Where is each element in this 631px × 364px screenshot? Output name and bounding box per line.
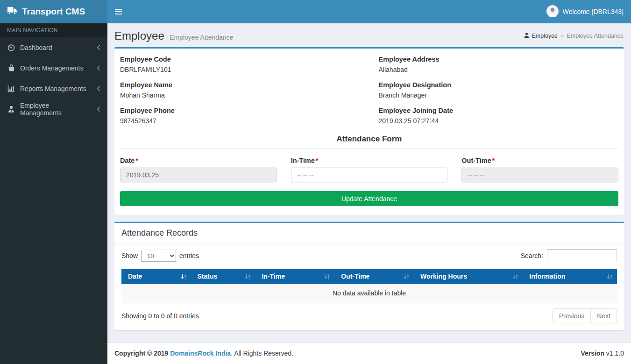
sidebar-item-employee[interactable]: Employee Managements bbox=[0, 99, 107, 119]
dashboard-icon bbox=[7, 44, 15, 51]
date-label: Date* bbox=[120, 157, 277, 164]
sidebar-toggle-button[interactable] bbox=[107, 0, 129, 23]
sidebar-item-dashboard[interactable]: Dashboard bbox=[0, 37, 107, 58]
entries-label: entries bbox=[179, 252, 199, 259]
required-marker: * bbox=[316, 157, 319, 164]
date-field-group: Date* bbox=[120, 157, 277, 182]
table-header-row: Date Status bbox=[121, 269, 617, 284]
field-label: Employee Designation bbox=[379, 81, 619, 89]
previous-page-button[interactable]: Previous bbox=[553, 308, 591, 323]
column-header-in-time[interactable]: In-Time bbox=[255, 269, 334, 284]
breadcrumb: Employee > Employee Attendance bbox=[524, 32, 624, 39]
sidebar-item-label: Reports Managements bbox=[20, 85, 92, 92]
truck-icon bbox=[7, 7, 18, 17]
field-value: 9874526347 bbox=[120, 117, 360, 125]
person-icon bbox=[524, 32, 529, 39]
column-header-working-hours[interactable]: Working Hours bbox=[414, 269, 523, 284]
copyright-suffix: . All Rights Reserved. bbox=[231, 350, 293, 357]
employee-address-field: Employee Address Allahabad bbox=[379, 56, 619, 73]
search-input[interactable] bbox=[547, 249, 617, 262]
update-attendance-button[interactable]: Update Attendance bbox=[120, 191, 618, 206]
attendance-table: Date Status bbox=[121, 269, 617, 302]
attendance-form: Date* In-Time* Out-Time* bbox=[120, 157, 618, 182]
version-info: Version v1.1.0 bbox=[581, 350, 624, 357]
field-label: Employee Phone bbox=[120, 107, 360, 114]
field-label: Employee Code bbox=[120, 56, 360, 63]
avatar bbox=[546, 5, 559, 19]
main-area: Welcome [DBRL343] Employee Employee Atte… bbox=[107, 0, 631, 364]
sort-icon bbox=[607, 273, 613, 280]
brand-title: Transport CMS bbox=[22, 7, 85, 17]
company-link[interactable]: DomainsRock India bbox=[170, 350, 231, 357]
sidebar-item-label: Dashboard bbox=[20, 44, 92, 51]
field-value: 2019.03.25 07:27:44 bbox=[379, 117, 619, 125]
breadcrumb-current: Employee Attendance bbox=[567, 33, 624, 39]
chevron-left-icon bbox=[97, 45, 100, 50]
in-time-label: In-Time* bbox=[291, 157, 448, 164]
employee-name-field: Employee Name Mohan Sharma bbox=[120, 81, 360, 99]
required-marker: * bbox=[492, 157, 495, 164]
out-time-field-group: Out-Time* bbox=[461, 157, 618, 182]
date-input[interactable] bbox=[120, 168, 277, 182]
content: Employee Employee Attendance Employee > bbox=[107, 23, 631, 342]
out-time-input[interactable] bbox=[461, 168, 618, 182]
records-title: Attendance Records bbox=[114, 223, 624, 244]
employee-icon bbox=[7, 105, 15, 113]
user-menu[interactable]: Welcome [DBRL343] bbox=[546, 5, 631, 19]
reports-icon bbox=[7, 85, 15, 92]
breadcrumb-employee-link[interactable]: Employee bbox=[524, 32, 558, 39]
out-time-label: Out-Time* bbox=[461, 157, 618, 164]
content-header: Employee Employee Attendance Employee > bbox=[107, 23, 631, 47]
page-footer: Copyright © 2019 DomainsRock India. All … bbox=[107, 342, 631, 364]
employee-code-field: Employee Code DBRLFAMILY101 bbox=[120, 56, 360, 73]
sidebar-item-orders[interactable]: Orders Managements bbox=[0, 58, 107, 78]
page-subtitle: Employee Attendance bbox=[170, 34, 233, 41]
column-header-information[interactable]: Information bbox=[523, 269, 617, 284]
field-value: Mohan Sharma bbox=[120, 91, 360, 99]
field-value: DBRLFAMILY101 bbox=[120, 66, 360, 73]
attendance-records-panel: Attendance Records Show 10 entries Searc… bbox=[114, 222, 624, 330]
breadcrumb-separator: > bbox=[560, 33, 564, 39]
field-value: Branch Manager bbox=[379, 91, 619, 99]
version-label: Version bbox=[581, 350, 604, 357]
brand-logo[interactable]: Transport CMS bbox=[0, 0, 107, 23]
next-page-button[interactable]: Next bbox=[590, 308, 617, 323]
field-label: Employee Joining Date bbox=[379, 107, 619, 114]
search-label: Search: bbox=[521, 252, 543, 259]
version-value: v1.1.0 bbox=[606, 350, 624, 357]
orders-icon bbox=[7, 64, 15, 72]
column-header-date[interactable]: Date bbox=[121, 269, 191, 284]
sort-icon bbox=[404, 273, 410, 280]
column-header-out-time[interactable]: Out-Time bbox=[334, 269, 414, 284]
sidebar: Transport CMS MAIN NAVIGATION Dashboard bbox=[0, 0, 107, 364]
sort-icon bbox=[245, 273, 251, 280]
page-length-select[interactable]: 10 bbox=[141, 250, 176, 262]
table-controls: Show 10 entries Search: bbox=[121, 249, 617, 262]
attendance-form-title: Attendance Form bbox=[120, 134, 618, 144]
field-label: Employee Name bbox=[120, 81, 360, 89]
in-time-field-group: In-Time* bbox=[291, 157, 448, 182]
page-length-control: Show 10 entries bbox=[121, 250, 199, 262]
required-marker: * bbox=[135, 157, 138, 164]
sort-icon bbox=[181, 273, 187, 280]
copyright: Copyright © 2019 DomainsRock India. All … bbox=[114, 350, 293, 357]
table-summary: Showing 0 to 0 of 0 entries bbox=[121, 312, 199, 320]
welcome-label: Welcome [DBRL343] bbox=[563, 8, 624, 15]
sidebar-item-label: Orders Managements bbox=[20, 64, 92, 72]
chevron-left-icon bbox=[97, 65, 100, 71]
hamburger-icon bbox=[115, 9, 122, 14]
employee-info-grid: Employee Code DBRLFAMILY101 Employee Nam… bbox=[120, 56, 618, 133]
breadcrumb-root-label: Employee bbox=[532, 33, 558, 39]
search-control: Search: bbox=[521, 249, 617, 262]
chevron-left-icon bbox=[97, 106, 100, 112]
page-title: Employee bbox=[114, 29, 164, 42]
table-footer: Showing 0 to 0 of 0 entries Previous Nex… bbox=[121, 308, 617, 323]
sort-icon bbox=[512, 273, 518, 280]
show-label: Show bbox=[121, 252, 138, 259]
employee-joining-date-field: Employee Joining Date 2019.03.25 07:27:4… bbox=[379, 107, 619, 125]
column-header-status[interactable]: Status bbox=[191, 269, 255, 284]
in-time-input[interactable] bbox=[291, 168, 448, 182]
sidebar-item-reports[interactable]: Reports Managements bbox=[0, 78, 107, 99]
employee-designation-field: Employee Designation Branch Manager bbox=[379, 81, 619, 99]
copyright-prefix: Copyright © 2019 bbox=[114, 350, 168, 357]
